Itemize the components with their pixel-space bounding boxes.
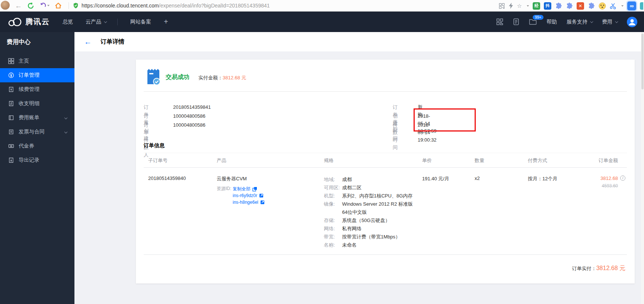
security-shield-icon (73, 2, 79, 9)
paid-amount-label: 实付金额： (198, 75, 223, 80)
nav-item-icp-filing[interactable]: 网站备案 (130, 19, 151, 25)
browser-toolbar: ← (0, 0, 644, 12)
product-name: 云服务器CVM (217, 175, 265, 182)
puzzle-extension-icon-1[interactable] (555, 2, 562, 9)
spec-label: 带宽: (324, 233, 342, 241)
undo-dropdown-caret[interactable] (47, 5, 50, 6)
nav-item-label: 服务支持 (567, 19, 587, 25)
chevron-down-icon (64, 116, 67, 119)
bill-icon (8, 115, 14, 121)
lightning-icon[interactable] (508, 3, 513, 9)
tencent-cloud-extension-icon[interactable]: ∞ (627, 1, 636, 10)
payment-time-value: 2018-05-14 19:00:32 (418, 121, 437, 144)
content-area: 交易成功 实付金额：3812.68 元 订单号 20180514359841 订… (74, 51, 644, 304)
sidebar-item-transaction-details[interactable]: 收支明细 (0, 96, 74, 111)
cloud-logo-icon (7, 17, 22, 27)
resource-link[interactable]: ins-r6y9dz0r (233, 192, 265, 199)
grid-icon (8, 58, 14, 64)
nav-item-help[interactable]: 帮助 (546, 19, 557, 25)
spec-row: 可用区: 成都二区 (324, 184, 413, 192)
spec-row: 带宽: 按带宽计费（带宽1Mbps） (324, 233, 413, 241)
sidebar-item-invoices-contracts[interactable]: 发票与合同 (0, 125, 74, 139)
spec-row: 网络: 私有网络 (324, 225, 413, 233)
extension-dropdown-caret[interactable] (621, 5, 624, 7)
info-icon[interactable]: i (620, 175, 625, 181)
sidebar-item-vouchers[interactable]: 代金券 (0, 139, 74, 153)
toolbar-divider (68, 2, 69, 9)
back-button[interactable]: ← (84, 38, 92, 45)
table-header-row: 子订单号 产品 规格 单价 数量 付费方式 订单金额 (144, 153, 627, 168)
browser-refresh-button[interactable] (27, 2, 34, 9)
pay-mode-cell: 按月：12个月 (528, 175, 557, 182)
toolbar-dropdown-caret[interactable] (527, 5, 529, 7)
renewal-doc-icon (8, 86, 14, 92)
resource-link[interactable]: ins-h8nge6el (233, 199, 265, 206)
copy-icon (252, 187, 257, 191)
paid-amount-line: 实付金额：3812.68 元 (198, 75, 246, 81)
invoice-icon (8, 129, 14, 135)
spec-label: 机型: (324, 192, 342, 200)
suborder-id-cell: 20180514359840 (148, 175, 186, 181)
browser-back-button[interactable]: ← (15, 2, 22, 9)
tencent-cloud-logo[interactable]: 腾讯云 (7, 17, 50, 27)
puzzle-extension-icon-3[interactable] (588, 2, 595, 9)
qr-scan-icon[interactable] (496, 18, 503, 25)
scrollbar-thumb[interactable] (641, 34, 644, 89)
nav-item-overview[interactable]: 总览 (63, 19, 73, 25)
paid-amount-value: 3812.68 元 (223, 75, 246, 80)
nav-item-cloud-products[interactable]: 云产品 (86, 19, 106, 25)
spec-value: 成都 (342, 175, 352, 184)
puzzle-extension-icon-2[interactable] (566, 2, 573, 9)
spec-row: 存储: 系统盘（50G云硬盘） (324, 216, 413, 225)
sidebar-title: 费用中心 (0, 32, 74, 54)
browser-home-button[interactable] (55, 2, 62, 9)
sidebar-item-order-management[interactable]: 订单管理 (0, 68, 74, 82)
browser-undo-button[interactable] (39, 3, 50, 9)
scissors-extension-icon[interactable] (610, 3, 616, 9)
resource-id: ins-h8nge6el (233, 199, 258, 206)
url-path: /expense/deal/info?bigDealId=20180514359… (159, 3, 270, 9)
message-icon[interactable]: 99+ (529, 19, 537, 25)
spec-label: 存储: (324, 216, 342, 225)
sidebar-item-renewal-management[interactable]: 续费管理 (0, 82, 74, 96)
qr-grid-icon[interactable] (499, 3, 505, 9)
tools-extension-icon[interactable]: ✕ (577, 2, 584, 10)
undo-icon (39, 3, 46, 9)
chevron-down-icon (104, 20, 107, 23)
emoji-extension-icon[interactable] (599, 2, 606, 10)
transactions-icon (8, 101, 14, 107)
extension-icon-1[interactable]: 经 (533, 2, 540, 10)
refresh-icon (27, 2, 34, 9)
voucher-icon (8, 143, 14, 149)
nav-item-billing[interactable]: 费用 (602, 19, 617, 25)
sidebar-item-home[interactable]: 主页 (0, 54, 74, 68)
nav-item-support[interactable]: 服务支持 (567, 19, 592, 25)
order-total-footer: 订单实付： 3812.68 元 (572, 265, 625, 272)
address-bar[interactable]: https://console.cloud.tencent.com/expens… (73, 2, 270, 9)
sidebar-item-label: 收支明细 (19, 100, 39, 107)
sidebar-item-label: 续费管理 (19, 86, 39, 93)
spec-row: 名称: 未命名 (324, 241, 413, 249)
sidebar-item-export-records[interactable]: 导出记录 (0, 153, 74, 167)
user-avatar[interactable] (627, 17, 637, 27)
copy-all-link[interactable]: 复制全部 (233, 186, 265, 192)
sidebar-item-label: 导出记录 (19, 157, 39, 164)
nav-add-tab-button[interactable]: + (164, 18, 168, 26)
copy-all-label: 复制全部 (233, 186, 251, 192)
resource-id-block: 资源ID: 复制全部 ins-r6y (217, 186, 265, 206)
extension-icon-2[interactable]: 抖 (544, 2, 551, 10)
export-icon (8, 157, 14, 163)
sidebar-item-label: 费用账单 (19, 114, 39, 121)
external-link-icon (259, 193, 264, 198)
partial-extension-icon[interactable] (640, 2, 643, 10)
field-label: 付款时间 (393, 121, 398, 151)
sidebar-item-bills[interactable]: 费用账单 (0, 111, 74, 125)
browser-profile-avatar[interactable] (1, 1, 10, 10)
order-creator-value: 100004800586 (173, 113, 205, 120)
nav-item-label: 费用 (602, 19, 612, 25)
document-icon[interactable] (513, 18, 519, 25)
scrollbar[interactable] (641, 32, 644, 304)
bookmark-star-icon[interactable]: ☆ (517, 3, 522, 9)
spec-value: 按带宽计费（带宽1Mbps） (342, 233, 400, 241)
resource-id: ins-r6y9dz0r (233, 192, 257, 199)
